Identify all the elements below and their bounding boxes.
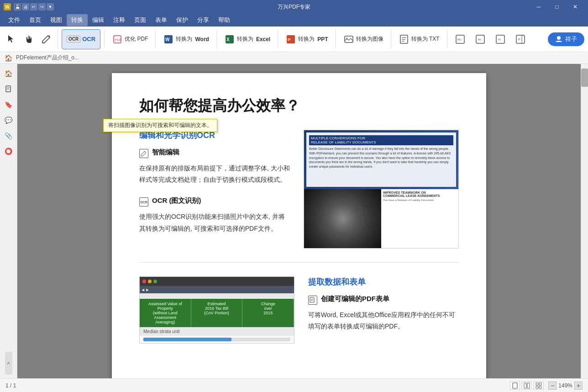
svg-rect-33: [527, 383, 530, 388]
separator-6: [336, 30, 336, 48]
window-controls: ─ □ ✕: [530, 0, 584, 14]
tooltip-text: 将扫描图像识别为可搜索和可编辑的文本。: [108, 122, 212, 128]
subsection-ocr: OCR OCR (图文识别): [139, 196, 290, 207]
menu-annotate[interactable]: 注释: [109, 14, 130, 26]
optimize-label: 优化 PDF: [125, 35, 148, 43]
user-avatar-icon: [555, 36, 562, 43]
smart-edit-icon: [139, 149, 148, 158]
pdf-table-illustration: ◀▶ Assessed Value of Property(without La…: [139, 276, 294, 344]
section-1-illustration: MULTIPLE CONVERSIONS FORRELEASE OF LIABI…: [304, 130, 459, 249]
sidebar-signature-icon[interactable]: ⭕: [3, 145, 15, 157]
svg-rect-35: [539, 383, 541, 385]
convert-ppt-button[interactable]: P 转换为 PPT: [282, 29, 331, 49]
convert-txt-label: 转换为 TXT: [411, 35, 440, 43]
zoom-level: 149%: [558, 382, 572, 389]
quick-access-toolbar: 💾 🖨 ↩ ↪ ▼: [14, 3, 54, 11]
tool-extra-3[interactable]: H: [491, 29, 509, 49]
menu-file[interactable]: 文件: [4, 14, 25, 26]
tool-extra-4[interactable]: P: [511, 29, 530, 49]
table-header-row: Assessed Value of Property(without Land …: [140, 299, 294, 327]
extra-icon-3: H: [495, 34, 506, 45]
hand-icon: [24, 34, 34, 44]
grid-view-button[interactable]: [534, 381, 544, 390]
section-1-image: MULTIPLE CONVERSIONS FORRELEASE OF LIABI…: [304, 130, 459, 249]
menu-view[interactable]: 视图: [46, 14, 67, 26]
ocr-button[interactable]: OCR OCR: [62, 29, 100, 49]
sidebar-home-icon[interactable]: 🏠: [3, 68, 15, 79]
convert-excel-button[interactable]: X 转换为 Excel: [220, 29, 274, 49]
menu-help[interactable]: 帮助: [214, 14, 235, 26]
optimize-pdf-button[interactable]: PDF 优化 PDF: [108, 29, 152, 49]
menu-protect[interactable]: 保护: [172, 14, 193, 26]
minimize-button[interactable]: ─: [530, 0, 548, 14]
undo-icon[interactable]: ↩: [30, 3, 37, 11]
pdf-viewer: 将扫描图像识别为可搜索和可编辑的文本。 如何帮您提高办公效率？ 编辑和光学识别O…: [17, 64, 581, 378]
tool-extra-2[interactable]: H: [471, 29, 489, 49]
sidebar-collapse-button[interactable]: <: [5, 352, 12, 375]
subsection-smart-edit-body: 在保持原有的排版布局前提下，通过调整字体, 大小和样式等完成文档处理；自由于切换…: [139, 163, 290, 185]
separator-2: [104, 30, 105, 48]
edit-tool-button[interactable]: [38, 29, 54, 49]
separator-5: [278, 30, 278, 48]
menu-page[interactable]: 页面: [130, 14, 151, 26]
menu-form[interactable]: 表单: [151, 14, 172, 26]
edit-icon: [41, 34, 51, 44]
close-button[interactable]: ✕: [566, 0, 584, 14]
hand-tool-button[interactable]: [21, 29, 37, 49]
app-icon: W: [4, 3, 11, 11]
section-2-title: 提取数据和表单: [308, 276, 459, 287]
dropdown-icon[interactable]: ▼: [47, 3, 54, 11]
table-label-text: Median strata unit: [143, 329, 180, 334]
convert-excel-prefix: 转换为: [237, 35, 253, 43]
zoom-out-button[interactable]: −: [548, 381, 556, 390]
zoom-controls: − 149% +: [548, 381, 583, 390]
svg-rect-28: [310, 297, 314, 302]
menu-convert[interactable]: 转换: [67, 14, 88, 26]
section-divider: [139, 262, 459, 263]
redo-icon[interactable]: ↪: [38, 3, 46, 11]
txt-convert-icon: [399, 34, 410, 45]
ocr-section-icon: OCR: [139, 197, 148, 207]
home-breadcrumb-icon[interactable]: 🏠: [5, 54, 12, 62]
print-quick-icon[interactable]: 🖨: [22, 3, 29, 11]
convert-word-button[interactable]: W 转换为 Word: [159, 29, 212, 49]
convert-txt-button[interactable]: 转换为 TXT: [395, 29, 443, 49]
two-page-view-button[interactable]: [522, 381, 532, 390]
svg-rect-34: [536, 383, 538, 385]
sidebar-bookmark-icon[interactable]: 🔖: [3, 99, 15, 111]
ocr-label: OCR: [82, 36, 95, 42]
single-page-view-button[interactable]: [510, 381, 520, 390]
sidebar-attachment-icon[interactable]: 📎: [3, 130, 15, 142]
extra-icon-1: H+: [455, 34, 466, 45]
save-quick-icon[interactable]: 💾: [14, 3, 21, 11]
pdf-main-title: 如何帮您提高办公效率？: [139, 96, 459, 116]
subsection-create-form-title: 创建可编辑的PDF表单: [321, 295, 389, 303]
ppt-icon: P: [285, 34, 296, 45]
excel-icon: X: [224, 34, 235, 45]
user-account-button[interactable]: 祥子: [548, 32, 584, 46]
svg-text:X: X: [226, 37, 230, 42]
table-progress-fill: [143, 338, 231, 341]
svg-text:PDF: PDF: [115, 38, 122, 42]
left-sidebar: 🏠 🔖 💬 📎 ⭕ <: [0, 64, 17, 378]
maximize-button[interactable]: □: [548, 0, 566, 14]
sidebar-page-icon[interactable]: [3, 83, 15, 95]
subsection-smart-edit-title: 智能编辑: [152, 148, 179, 157]
convert-image-button[interactable]: 转换为图像: [340, 29, 387, 49]
table-header-1: Assessed Value of Property(without Land …: [140, 299, 191, 327]
tool-extra-1[interactable]: H+: [451, 29, 469, 49]
menu-share[interactable]: 分享: [193, 14, 214, 26]
svg-text:+: +: [460, 38, 462, 41]
menu-home[interactable]: 首页: [25, 14, 46, 26]
svg-point-24: [557, 36, 561, 40]
status-bar: 1 / 1 − 149% +: [0, 378, 588, 392]
menu-edit[interactable]: 编辑: [88, 14, 109, 26]
zoom-in-button[interactable]: +: [574, 381, 583, 390]
select-tool-button[interactable]: [4, 29, 19, 49]
sidebar-comment-icon[interactable]: 💬: [3, 114, 15, 126]
convert-excel-label: Excel: [256, 36, 270, 42]
svg-text:H: H: [498, 37, 501, 42]
extra-icon-4: P: [515, 34, 526, 45]
vertical-scrollbar[interactable]: [581, 64, 588, 378]
svg-rect-21: [516, 35, 525, 43]
